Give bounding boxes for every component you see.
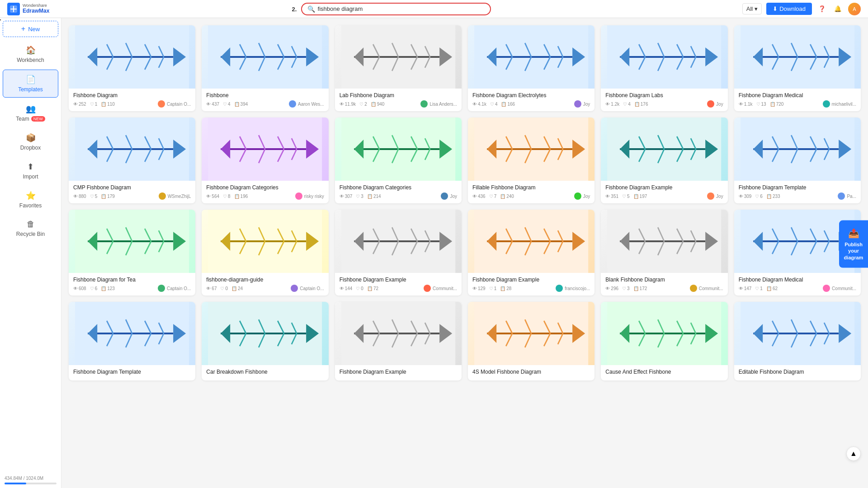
author-avatar bbox=[158, 285, 165, 292]
help-button[interactable]: ❓ bbox=[816, 4, 828, 14]
card-title: CMP Fishbone Diagram bbox=[73, 184, 191, 191]
copies-stat: 📋214 bbox=[367, 194, 381, 199]
likes-stat: ♡6 bbox=[90, 286, 98, 291]
sidebar-item-favorites[interactable]: ⭐ Favorites bbox=[3, 186, 58, 213]
author-avatar bbox=[556, 285, 563, 292]
template-card[interactable]: Fishbone Diagram Medical 👁1.1k ♡13 📋720 … bbox=[734, 25, 861, 111]
card-info: Fishbone Diagram Template bbox=[69, 365, 195, 380]
card-meta: 👁4.1k ♡4 📋166 Joy bbox=[472, 100, 590, 108]
heart-icon: ♡ bbox=[223, 194, 227, 199]
topbar: Wondershare EdrawMax 2. 🔍 All ▾ ⬇ Downlo… bbox=[0, 0, 868, 18]
template-card[interactable]: Fishbone Diagram Template 👁309 ♡6 📋233 P… bbox=[734, 117, 861, 203]
notification-button[interactable]: 🔔 bbox=[832, 4, 844, 14]
template-card[interactable]: Lab Fishbone Diagram 👁11.9k ♡2 📋940 Lisa… bbox=[335, 25, 462, 111]
logo-icon bbox=[7, 3, 20, 15]
template-card[interactable]: Fillable Fishbone Diagram 👁436 ♡7 📋240 J… bbox=[468, 117, 594, 203]
copies-stat: 📋172 bbox=[633, 286, 647, 291]
eye-icon: 👁 bbox=[73, 286, 78, 291]
card-title: Fishbone Diagram Medical bbox=[739, 92, 856, 99]
likes-stat: ♡4 bbox=[623, 102, 631, 107]
template-card[interactable]: Blank Fishbone Diagram 👁296 ♡3 📋172 Comm… bbox=[601, 210, 727, 296]
eye-icon: 👁 bbox=[206, 286, 211, 291]
copies-stat: 📋166 bbox=[501, 102, 515, 107]
template-card[interactable]: Fishbone 👁437 ♡4 📋394 Aaron Wes... bbox=[202, 25, 328, 111]
template-card[interactable]: Fishbone Diagram Categories 👁307 ♡3 📋214… bbox=[335, 117, 462, 203]
template-card[interactable]: Fishbone Diagram Electrolytes 👁4.1k ♡4 📋… bbox=[468, 25, 594, 111]
card-title: Blank Fishbone Diagram bbox=[605, 277, 723, 283]
card-title: Fishbone Diagram Example bbox=[605, 184, 723, 191]
author-info: Captain O... bbox=[291, 285, 324, 292]
likes-stat: ♡7 bbox=[489, 194, 497, 199]
download-button[interactable]: ⬇ Download bbox=[766, 3, 812, 15]
author-name: Captain O... bbox=[167, 102, 191, 107]
sidebar-item-templates[interactable]: 📄 Templates bbox=[3, 70, 58, 98]
likes-stat: ♡4 bbox=[490, 102, 498, 107]
card-meta: 👁296 ♡3 📋172 Communit... bbox=[605, 285, 723, 292]
template-card[interactable]: Fishbone Diagram Template bbox=[69, 302, 195, 380]
copy-icon: 📋 bbox=[770, 102, 775, 107]
author-info: WSmeZhijL bbox=[159, 192, 191, 200]
template-card[interactable]: Fishbone Diagram Categories 👁564 ♡8 📋196… bbox=[202, 117, 328, 203]
card-thumbnail bbox=[335, 117, 462, 181]
card-title: Lab Fishbone Diagram bbox=[340, 92, 457, 99]
copy-icon: 📋 bbox=[633, 286, 639, 291]
heart-icon: ♡ bbox=[622, 286, 626, 291]
template-card[interactable]: Fishbone Diagram Labs 👁1.2k ♡4 📋176 Joy bbox=[601, 25, 727, 111]
download-icon: ⬇ bbox=[773, 5, 778, 12]
template-card[interactable]: Fishbone Diagram 👁252 ♡1 📋110 Captain O.… bbox=[69, 25, 195, 111]
sidebar-item-dropbox[interactable]: 📦 Dropbox bbox=[3, 128, 58, 155]
template-card[interactable]: Fishbone Diagram Example 👁144 ♡0 📋72 Com… bbox=[335, 210, 462, 296]
template-card[interactable]: Car Breakdown Fishbone bbox=[202, 302, 328, 380]
template-card[interactable]: Fishbone Diagram Example bbox=[335, 302, 462, 380]
storage-fill bbox=[5, 483, 26, 484]
likes-stat: ♡3 bbox=[622, 286, 630, 291]
card-info: Fishbone Diagram Categories 👁307 ♡3 📋214… bbox=[335, 181, 462, 203]
logo-text: Wondershare EdrawMax bbox=[23, 4, 49, 14]
copies-stat: 📋720 bbox=[770, 102, 784, 107]
template-card[interactable]: fishbone-diagram-guide 👁67 ♡0 📋24 Captai… bbox=[202, 210, 328, 296]
all-filter-button[interactable]: All ▾ bbox=[742, 3, 762, 14]
sidebar-item-team[interactable]: 👥 Team NEW bbox=[3, 99, 58, 127]
sidebar-item-recycle-bin[interactable]: 🗑 Recycle Bin bbox=[3, 215, 58, 242]
scroll-top-button[interactable]: ▲ bbox=[846, 446, 861, 461]
template-card[interactable]: Fishbone Diagram Example 👁351 ♡5 📋197 Jo… bbox=[601, 117, 727, 203]
eye-icon: 👁 bbox=[605, 194, 610, 199]
card-title: Fishbone Diagram Example bbox=[472, 277, 590, 283]
sidebar-item-import[interactable]: ⬆ Import bbox=[3, 157, 58, 184]
author-name: WSmeZhijL bbox=[168, 194, 191, 199]
author-avatar bbox=[707, 192, 714, 200]
card-info: Fishbone Diagram Example 👁129 ♡1 📋28 fra… bbox=[468, 273, 594, 296]
avatar[interactable]: A bbox=[848, 3, 861, 15]
likes-stat: ♡0 bbox=[356, 286, 363, 291]
author-info: franciscojo... bbox=[556, 285, 590, 292]
card-thumbnail bbox=[335, 25, 462, 89]
card-thumbnail bbox=[202, 210, 328, 273]
eye-icon: 👁 bbox=[472, 102, 477, 107]
card-thumbnail bbox=[202, 302, 328, 365]
publish-banner[interactable]: 📤 Publish your diagram bbox=[839, 221, 868, 268]
card-title: Fishbone Diagram Medical bbox=[739, 277, 856, 283]
eye-icon: 👁 bbox=[739, 194, 743, 199]
sidebar-item-workbench[interactable]: 🏠 Workbench bbox=[3, 41, 58, 68]
template-card[interactable]: Fishbone Diagram Example 👁129 ♡1 📋28 fra… bbox=[468, 210, 594, 296]
card-info: Cause And Effect Fishbone bbox=[601, 365, 727, 380]
views-stat: 👁307 bbox=[340, 194, 353, 199]
new-button[interactable]: + New bbox=[3, 21, 58, 37]
search-input[interactable] bbox=[318, 5, 481, 12]
template-card[interactable]: 4S Model Fishbone Diagram bbox=[468, 302, 594, 380]
eye-icon: 👁 bbox=[73, 102, 78, 107]
template-card[interactable]: Editable Fishbone Diagram bbox=[734, 302, 861, 380]
author-info: Joy bbox=[707, 100, 723, 108]
card-thumbnail bbox=[468, 302, 594, 365]
eye-icon: 👁 bbox=[206, 194, 211, 199]
card-meta: 👁129 ♡1 📋28 franciscojo... bbox=[472, 285, 590, 292]
card-title: Car Breakdown Fishbone bbox=[206, 369, 324, 375]
template-card[interactable]: CMP Fishbone Diagram 👁880 ♡5 📋179 WSmeZh… bbox=[69, 117, 195, 203]
logo: Wondershare EdrawMax bbox=[7, 3, 49, 15]
template-card[interactable]: Fishbone Diagram for Tea 👁608 ♡6 📋123 Ca… bbox=[69, 210, 195, 296]
views-stat: 👁436 bbox=[472, 194, 486, 199]
eye-icon: 👁 bbox=[472, 286, 477, 291]
heart-icon: ♡ bbox=[756, 102, 760, 107]
template-card[interactable]: Cause And Effect Fishbone bbox=[601, 302, 727, 380]
author-name: Lisa Anders... bbox=[429, 102, 457, 107]
